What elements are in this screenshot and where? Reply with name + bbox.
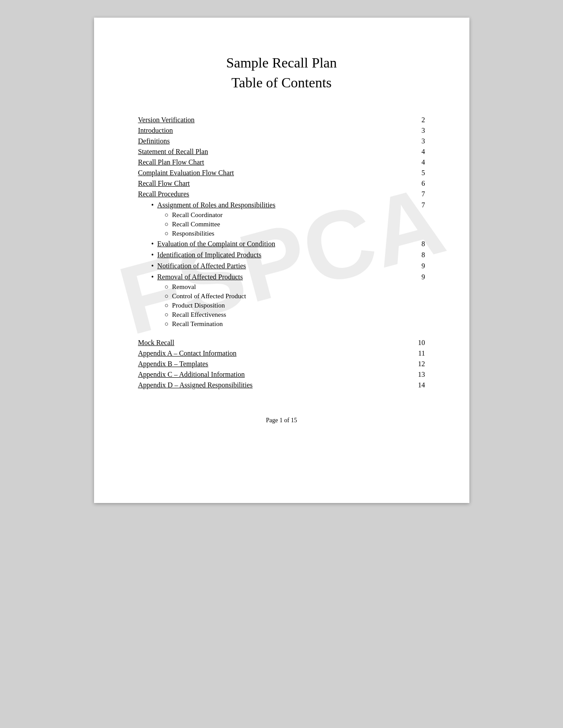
toc-container: Version Verification 2 Introduction 3 De… bbox=[138, 115, 425, 390]
toc-label-appendix-c: Appendix C – Additional Information bbox=[138, 371, 412, 379]
circle-dot-coordinator: ○ bbox=[165, 211, 169, 219]
toc-entry-statement[interactable]: Statement of Recall Plan 4 bbox=[138, 146, 425, 157]
subitem-label-disposition: Product Disposition bbox=[172, 302, 225, 309]
toc-label-removal: •Removal of Affected Products bbox=[151, 273, 412, 281]
toc-label-statement: Statement of Recall Plan bbox=[138, 148, 412, 156]
bullet-dot-notification: • bbox=[151, 262, 154, 270]
toc-label-definitions: Definitions bbox=[138, 137, 412, 145]
bullet-section-identification: •Identification of Implicated Products 8 bbox=[138, 249, 425, 260]
toc-entry-introduction[interactable]: Introduction 3 bbox=[138, 125, 425, 136]
document-page: FSPCA Sample Recall Plan Table of Conten… bbox=[94, 18, 469, 503]
toc-entry-appendix-b[interactable]: Appendix B – Templates 12 bbox=[138, 359, 425, 369]
subitem-label-responsibilities: Responsibilities bbox=[172, 230, 215, 237]
subitems-roles: ○ Recall Coordinator ○ Recall Committee … bbox=[151, 210, 425, 238]
circle-dot-responsibilities: ○ bbox=[165, 230, 169, 237]
toc-label-roles: •Assignment of Roles and Responsibilitie… bbox=[151, 201, 412, 209]
toc-entry-recall-flow[interactable]: Recall Flow Chart 6 bbox=[138, 178, 425, 189]
toc-page-removal: 9 bbox=[412, 273, 425, 281]
toc-label-introduction: Introduction bbox=[138, 127, 412, 135]
subitem-coordinator: ○ Recall Coordinator bbox=[165, 210, 425, 220]
subitem-removal-item: ○ Removal bbox=[165, 282, 425, 292]
bullet-dot-identification: • bbox=[151, 251, 154, 259]
title-line2: Table of Contents bbox=[138, 73, 425, 93]
toc-entry-removal[interactable]: •Removal of Affected Products 9 bbox=[151, 271, 425, 282]
title-line1: Sample Recall Plan bbox=[138, 53, 425, 73]
toc-label-complaint-flow: Complaint Evaluation Flow Chart bbox=[138, 169, 412, 177]
toc-page-complaint-flow: 5 bbox=[412, 169, 425, 177]
toc-label-identification: •Identification of Implicated Products bbox=[151, 251, 412, 259]
page-footer: Page 1 of 15 bbox=[138, 417, 425, 424]
subitem-disposition: ○ Product Disposition bbox=[165, 301, 425, 310]
toc-entry-appendix-a[interactable]: Appendix A – Contact Information 11 bbox=[138, 348, 425, 359]
toc-page-definitions: 3 bbox=[412, 137, 425, 145]
subitem-label-effectiveness: Recall Effectiveness bbox=[172, 311, 227, 319]
circle-dot-control: ○ bbox=[165, 293, 169, 300]
toc-page-appendix-a: 11 bbox=[412, 349, 425, 357]
bullet-section-evaluation: •Evaluation of the Complaint or Conditio… bbox=[138, 238, 425, 249]
bullet-dot-removal: • bbox=[151, 273, 154, 281]
subitem-label-termination: Recall Termination bbox=[172, 320, 223, 328]
circle-dot-termination: ○ bbox=[165, 320, 169, 328]
subitem-label-coordinator: Recall Coordinator bbox=[172, 211, 223, 219]
toc-page-identification: 8 bbox=[412, 251, 425, 259]
toc-entry-identification[interactable]: •Identification of Implicated Products 8 bbox=[151, 249, 425, 260]
toc-entry-appendix-d[interactable]: Appendix D – Assigned Responsibilities 1… bbox=[138, 380, 425, 390]
toc-page-statement: 4 bbox=[412, 148, 425, 156]
circle-dot-committee: ○ bbox=[165, 221, 169, 228]
toc-page-version: 2 bbox=[412, 116, 425, 124]
toc-entry-notification[interactable]: •Notification of Affected Parties 9 bbox=[151, 260, 425, 271]
toc-entry-definitions[interactable]: Definitions 3 bbox=[138, 136, 425, 146]
toc-entry-recall-plan-flow[interactable]: Recall Plan Flow Chart 4 bbox=[138, 157, 425, 168]
subitem-label-committee: Recall Committee bbox=[172, 221, 220, 228]
bullet-dot-roles: • bbox=[151, 201, 154, 209]
toc-label-recall-plan-flow: Recall Plan Flow Chart bbox=[138, 158, 412, 166]
toc-page-introduction: 3 bbox=[412, 127, 425, 135]
toc-label-appendix-b: Appendix B – Templates bbox=[138, 360, 412, 368]
spacer1 bbox=[138, 329, 425, 338]
subitem-effectiveness: ○ Recall Effectiveness bbox=[165, 310, 425, 319]
toc-label-appendix-d: Appendix D – Assigned Responsibilities bbox=[138, 381, 412, 389]
toc-page-appendix-c: 13 bbox=[412, 371, 425, 379]
circle-dot-removal: ○ bbox=[165, 283, 169, 291]
subitems-removal: ○ Removal ○ Control of Affected Product … bbox=[151, 282, 425, 329]
toc-entry-evaluation[interactable]: •Evaluation of the Complaint or Conditio… bbox=[151, 238, 425, 249]
toc-label-notification: •Notification of Affected Parties bbox=[151, 262, 412, 270]
toc-label-appendix-a: Appendix A – Contact Information bbox=[138, 349, 412, 357]
toc-label-recall-flow: Recall Flow Chart bbox=[138, 180, 412, 188]
toc-label-version: Version Verification bbox=[138, 116, 412, 124]
circle-dot-effectiveness: ○ bbox=[165, 311, 169, 319]
toc-entry-roles[interactable]: •Assignment of Roles and Responsibilitie… bbox=[151, 199, 425, 210]
footer-text: Page 1 of 15 bbox=[266, 417, 297, 424]
toc-page-appendix-d: 14 bbox=[412, 381, 425, 389]
bullet-dot-evaluation: • bbox=[151, 240, 154, 248]
toc-entry-appendix-c[interactable]: Appendix C – Additional Information 13 bbox=[138, 369, 425, 380]
subitem-responsibilities: ○ Responsibilities bbox=[165, 229, 425, 238]
toc-label-evaluation: •Evaluation of the Complaint or Conditio… bbox=[151, 240, 412, 248]
toc-page-recall-procedures: 7 bbox=[412, 190, 425, 198]
toc-label-recall-procedures: Recall Procedures bbox=[138, 190, 412, 198]
toc-page-notification: 9 bbox=[412, 262, 425, 270]
page-content: Sample Recall Plan Table of Contents Ver… bbox=[138, 53, 425, 424]
toc-entry-recall-procedures[interactable]: Recall Procedures 7 bbox=[138, 189, 425, 199]
toc-entry-complaint-flow[interactable]: Complaint Evaluation Flow Chart 5 bbox=[138, 168, 425, 178]
subitem-label-control: Control of Affected Product bbox=[172, 293, 246, 300]
toc-label-mock-recall: Mock Recall bbox=[138, 339, 412, 347]
subitem-label-removal: Removal bbox=[172, 283, 196, 291]
toc-page-roles: 7 bbox=[412, 201, 425, 209]
toc-page-appendix-b: 12 bbox=[412, 360, 425, 368]
bullet-section-removal: •Removal of Affected Products 9 ○ Remova… bbox=[138, 271, 425, 329]
toc-entry-version[interactable]: Version Verification 2 bbox=[138, 115, 425, 125]
toc-page-mock-recall: 10 bbox=[412, 339, 425, 347]
subitem-termination: ○ Recall Termination bbox=[165, 319, 425, 329]
toc-page-recall-plan-flow: 4 bbox=[412, 158, 425, 166]
bullet-section-roles: •Assignment of Roles and Responsibilitie… bbox=[138, 199, 425, 238]
toc-page-recall-flow: 6 bbox=[412, 180, 425, 188]
toc-entry-mock-recall[interactable]: Mock Recall 10 bbox=[138, 338, 425, 348]
subitem-control: ○ Control of Affected Product bbox=[165, 292, 425, 301]
circle-dot-disposition: ○ bbox=[165, 302, 169, 309]
subitem-committee: ○ Recall Committee bbox=[165, 220, 425, 229]
bullet-section-notification: •Notification of Affected Parties 9 bbox=[138, 260, 425, 271]
document-title: Sample Recall Plan Table of Contents bbox=[138, 53, 425, 93]
toc-page-evaluation: 8 bbox=[412, 240, 425, 248]
